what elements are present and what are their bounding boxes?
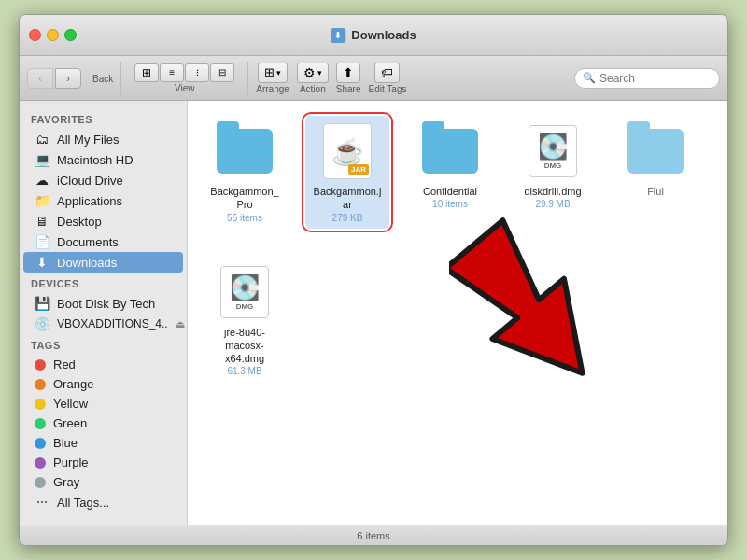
favorites-header: Favorites <box>20 108 187 129</box>
folder-shape-confidential <box>422 129 478 174</box>
sidebar-item-tag-gray[interactable]: Gray <box>23 472 183 492</box>
share-button[interactable]: ⬆ <box>336 63 360 83</box>
tag-dot-blue <box>35 438 46 449</box>
downloads-icon: ⬇ <box>35 255 49 270</box>
sidebar-item-tag-red[interactable]: Red <box>23 355 183 374</box>
action-button[interactable]: ⚙ ▾ <box>297 63 329 83</box>
sidebar-label-vbox: VBOXADDITIONS_4.. <box>57 317 168 330</box>
tag-label-red: Red <box>53 357 76 371</box>
file-item-fluid[interactable]: Flui <box>613 116 698 229</box>
window-title-group: ⬇ Downloads <box>331 28 416 43</box>
share-group: ⬆ Share <box>336 63 361 94</box>
file-item-confidential[interactable]: Confidential 10 items <box>408 116 492 229</box>
sidebar-label-documents: Documents <box>57 235 119 249</box>
eject-icon[interactable]: ⏏ <box>176 318 185 330</box>
sidebar-item-vboxadditions[interactable]: 💿 VBOXADDITIONS_4.. ⏏ <box>23 314 183 334</box>
title-bar: ⬇ Downloads <box>20 15 727 56</box>
edit-tags-button[interactable]: 🏷 <box>374 63 400 83</box>
tag-label-yellow: Yellow <box>53 397 88 411</box>
search-input[interactable] <box>599 72 712 85</box>
file-grid: Backgammon_Pro 55 items ☕ JAR Backgammon… <box>203 116 712 382</box>
tag-dot-green <box>35 418 46 429</box>
minimize-button[interactable] <box>47 29 59 41</box>
toolbar-divider-2 <box>247 62 248 95</box>
file-name-backgammon-pro: Backgammon_Pro <box>208 185 281 212</box>
tag-label-green: Green <box>53 416 87 430</box>
dmg-badge-jre: DMG <box>236 302 254 311</box>
cover-flow-button[interactable]: ⊟ <box>210 63 234 82</box>
window-title: Downloads <box>351 28 416 42</box>
sidebar-label-macintosh-hd: Macintosh HD <box>57 153 134 167</box>
toolbar-divider-1 <box>120 62 121 95</box>
folder-shape-fluid <box>627 129 684 174</box>
share-label: Share <box>336 84 361 94</box>
column-view-button[interactable]: ⫶ <box>185 63 209 82</box>
sidebar-item-tag-green[interactable]: Green <box>23 413 183 433</box>
sidebar-item-tag-orange[interactable]: Orange <box>23 374 183 394</box>
status-text: 6 items <box>357 530 389 541</box>
arrange-label: Arrange <box>256 84 289 94</box>
share-icon: ⬆ <box>343 65 354 80</box>
disk-icon: 💽 <box>538 133 568 161</box>
maximize-button[interactable] <box>64 29 77 41</box>
arrange-arrow: ▾ <box>276 68 281 77</box>
sidebar-label-applications: Applications <box>57 194 122 208</box>
file-item-backgammon-pro[interactable]: Backgammon_Pro 55 items <box>203 116 287 229</box>
nav-buttons: ‹ › <box>27 68 81 89</box>
tag-icon: 🏷 <box>381 65 393 79</box>
view-buttons: ⊞ ≡ ⫶ ⊟ <box>134 63 234 82</box>
tags-header: Tags <box>20 334 187 355</box>
sidebar-item-icloud-drive[interactable]: ☁ iCloud Drive <box>23 170 183 190</box>
sidebar-item-documents[interactable]: 📄 Documents <box>23 231 183 252</box>
all-tags-icon: ⋯ <box>35 495 49 510</box>
boot-disk-icon: 💾 <box>35 296 49 311</box>
back-button[interactable]: ‹ <box>27 68 53 89</box>
sidebar-item-tag-blue[interactable]: Blue <box>23 433 183 453</box>
search-box[interactable]: 🔍 <box>574 68 720 89</box>
sidebar-item-applications[interactable]: 📁 Applications <box>23 190 183 211</box>
close-button[interactable] <box>29 29 41 41</box>
action-arrow: ▾ <box>317 68 322 77</box>
file-meta-backgammon-pro: 55 items <box>227 213 262 223</box>
jar-badge: JAR <box>348 164 369 175</box>
file-meta-jre: 61.3 MB <box>227 366 261 376</box>
dmg-file-icon-jre: 💽 DMG <box>215 262 275 322</box>
sidebar-item-boot-disk[interactable]: 💾 Boot Disk By Tech <box>23 293 183 314</box>
sidebar-item-downloads[interactable]: ⬇ Downloads <box>23 252 183 273</box>
sidebar-item-tag-purple[interactable]: Purple <box>23 453 183 472</box>
forward-button[interactable]: › <box>55 68 81 89</box>
icloud-icon: ☁ <box>35 173 49 188</box>
sidebar-label-icloud-drive: iCloud Drive <box>57 174 123 188</box>
sidebar-item-macintosh-hd[interactable]: 💻 Macintosh HD <box>23 149 183 170</box>
sidebar-item-all-my-files[interactable]: 🗂 All My Files <box>23 129 183 149</box>
coffee-icon: ☕ <box>331 136 364 167</box>
finder-window: ⬇ Downloads ‹ › Back ⊞ ≡ ⫶ ⊟ View ⊞ ▾ <box>19 14 728 546</box>
file-area: Backgammon_Pro 55 items ☕ JAR Backgammon… <box>188 101 727 525</box>
file-name-backgammon-jar: Backgammon.jar <box>311 185 384 212</box>
file-item-diskdrill[interactable]: 💽 DMG diskdrill.dmg 29.9 MB <box>511 116 595 229</box>
folder-icon-fluid <box>626 121 685 181</box>
vbox-icon: 💿 <box>35 316 49 331</box>
folder-shape <box>217 129 273 174</box>
file-item-jre[interactable]: 💽 DMG jre-8u40-macosx-x64.dmg 61.3 MB <box>203 257 287 383</box>
action-group: ⚙ ▾ Action <box>297 63 329 94</box>
file-name-confidential: Confidential <box>423 185 477 198</box>
jar-file-icon: ☕ JAR <box>317 121 377 181</box>
sidebar-label-all-my-files: All My Files <box>57 133 119 147</box>
file-meta-diskdrill: 29.9 MB <box>535 199 570 209</box>
icon-view-button[interactable]: ⊞ <box>134 63 159 82</box>
sidebar-item-tag-yellow[interactable]: Yellow <box>23 394 183 413</box>
tag-dot-yellow <box>35 399 46 410</box>
sidebar-item-desktop[interactable]: 🖥 Desktop <box>23 211 183 231</box>
sidebar-item-all-tags[interactable]: ⋯ All Tags... <box>23 492 183 512</box>
tag-dot-purple <box>35 457 46 469</box>
folder-icon-confidential <box>420 121 480 181</box>
sidebar-label-downloads: Downloads <box>57 256 117 270</box>
list-view-button[interactable]: ≡ <box>160 63 184 82</box>
file-item-backgammon-jar[interactable]: ☕ JAR Backgammon.jar 279 KB <box>305 116 389 229</box>
arrange-button[interactable]: ⊞ ▾ <box>258 63 288 83</box>
folder-icon-backgammon-pro <box>215 121 275 181</box>
disk-icon-jre: 💽 <box>230 273 260 302</box>
arrange-icon: ⊞ <box>264 65 275 79</box>
dmg-icon-shape-jre: 💽 DMG <box>220 266 269 318</box>
